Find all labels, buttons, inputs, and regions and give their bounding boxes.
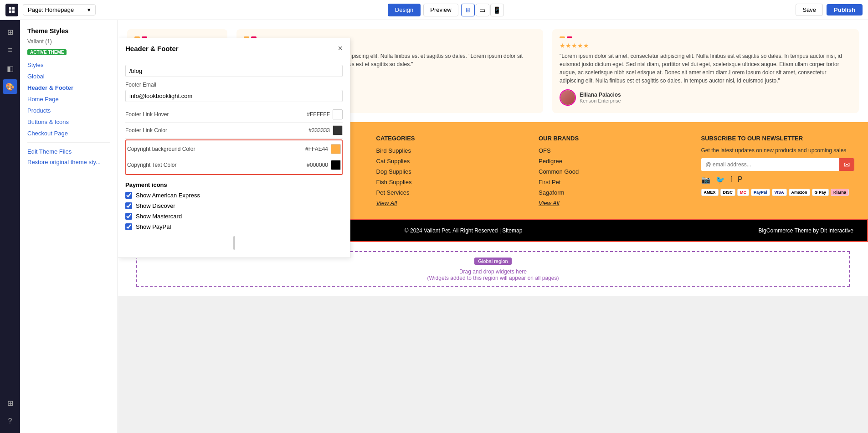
checkbox-mastercard-label: Show Mastercard <box>136 213 182 220</box>
color-swatch-hover[interactable] <box>333 109 343 119</box>
scroll-bar <box>233 236 235 250</box>
testimonial-text-3: "Lorem ipsum dolor sit amet, consectetur… <box>560 52 852 85</box>
footer-link-ofs[interactable]: OFS <box>539 147 692 154</box>
social-icons: 📷 🐦 f P <box>701 175 855 184</box>
sidebar-item-homepage[interactable]: Home Page <box>27 96 110 103</box>
design-button[interactable]: Design <box>388 4 421 16</box>
payment-section-title: Payment icons <box>125 181 343 188</box>
footer-link-view-all-cat[interactable]: View All <box>376 200 530 206</box>
sidebar-item-restore[interactable]: Restore original theme sty... <box>27 159 110 165</box>
color-row-hover: Footer Link Hover #FFFFFF <box>125 107 343 123</box>
blog-path-input[interactable] <box>125 65 343 77</box>
grid-icon-btn[interactable]: ⊞ <box>3 396 17 410</box>
amazon-icon: Amazon <box>789 189 810 196</box>
sidebar-divider <box>27 142 110 143</box>
gpay-icon: G Pay <box>812 189 829 196</box>
color-swatch-link[interactable] <box>333 125 343 135</box>
help-icon-btn[interactable]: ? <box>3 414 17 428</box>
color-row-copyright-text: Copyright Text Color #000000 <box>127 157 341 173</box>
page-selector[interactable]: Page: Homepage ▾ <box>23 4 96 15</box>
color-swatch-copyright-text[interactable] <box>331 160 341 170</box>
layout-icon-btn[interactable]: ≡ <box>3 43 17 57</box>
footer-link-first-pet[interactable]: First Pet <box>539 179 692 186</box>
chevron-down-icon: ▾ <box>87 6 91 13</box>
icon-sidebar: ⊞ ≡ ◧ 🎨 ⊞ ? <box>0 20 20 433</box>
color-hex-link: #333333 <box>308 127 330 134</box>
pinterest-icon[interactable]: P <box>738 175 743 184</box>
highlighted-color-rows: Copyright background Color #FFAE44 Copyr… <box>125 139 343 175</box>
desktop-device-button[interactable]: 🖥 <box>461 4 475 16</box>
discover-icon: DISC <box>720 189 736 196</box>
stars-3: ★★★★★ <box>560 42 852 49</box>
checkbox-discover[interactable]: Show Discover <box>125 202 343 209</box>
layers-icon-btn[interactable]: ◧ <box>3 61 17 76</box>
active-theme-badge: ACTIVE THEME <box>27 49 67 55</box>
theme-name: Valiant (1) <box>27 38 110 45</box>
color-row-copyright-bg: Copyright background Color #FFAE44 <box>127 141 341 157</box>
checkbox-paypal-input[interactable] <box>125 223 132 230</box>
copyright-right: BigCommerce Theme by Dit interactive <box>758 227 853 234</box>
color-hex-copyright-text: #000000 <box>307 162 328 168</box>
hf-panel-body: Footer Email Footer Link Hover #FFFFFF F… <box>118 59 350 258</box>
sidebar-item-buttons[interactable]: Buttons & Icons <box>27 119 110 125</box>
sidebar-item-products[interactable]: Products <box>27 107 110 114</box>
drag-drop-subtext: (Widgets added to this region will appea… <box>142 275 844 281</box>
theme-sidebar: Theme Styles Valiant (1) ACTIVE THEME St… <box>20 20 118 433</box>
main-layout: ⊞ ≡ ◧ 🎨 ⊞ ? Theme Styles Valiant (1) ACT… <box>0 20 868 433</box>
publish-button[interactable]: Publish <box>827 4 863 15</box>
footer-link-pet[interactable]: Pet Services <box>376 189 530 196</box>
checkbox-amex-input[interactable] <box>125 192 132 199</box>
footer-link-common-good[interactable]: Common Good <box>539 168 692 175</box>
checkbox-amex-label: Show American Express <box>136 192 200 199</box>
checkbox-discover-input[interactable] <box>125 202 132 209</box>
footer-link-sagaform[interactable]: Sagaform <box>539 189 692 196</box>
footer-link-bird[interactable]: Bird Supplies <box>376 147 530 154</box>
device-buttons: 🖥 ▭ 📱 <box>461 4 504 16</box>
footer-link-view-all-brands[interactable]: View All <box>539 200 692 206</box>
instagram-icon[interactable]: 📷 <box>701 175 710 184</box>
hf-panel-header: Header & Footer × <box>118 38 350 59</box>
footer-email-input[interactable] <box>125 90 343 102</box>
newsletter-title: SUBSCRIBE TO OUR NEWSLETTER <box>701 135 855 142</box>
footer-link-pedigree[interactable]: Pedigree <box>539 158 692 165</box>
footer-link-cat[interactable]: Cat Supplies <box>376 158 530 165</box>
checkbox-paypal[interactable]: Show PayPal <box>125 223 343 230</box>
checkbox-amex[interactable]: Show American Express <box>125 192 343 199</box>
hf-panel-close-button[interactable]: × <box>338 44 343 53</box>
mobile-device-button[interactable]: 📱 <box>490 4 504 16</box>
footer-brands-col: OUR BRANDS OFS Pedigree Common Good Firs… <box>539 135 692 210</box>
drag-drop-text: Drag and drop widgets here <box>142 268 844 275</box>
theme-icon-btn[interactable]: 🎨 <box>3 79 17 94</box>
author-company-3: Kenson Enterprise <box>580 98 621 103</box>
facebook-icon[interactable]: f <box>730 175 732 184</box>
global-region-label: Global region <box>474 258 511 265</box>
topbar-center: Design Preview 🖥 ▭ 📱 <box>100 4 791 16</box>
sidebar-item-edit-theme[interactable]: Edit Theme Files <box>27 148 110 155</box>
color-swatch-copyright-bg[interactable] <box>331 144 341 154</box>
footer-email-label: Footer Email <box>125 82 343 88</box>
color-row-link: Footer Link Color #333333 <box>125 123 343 139</box>
sidebar-item-global[interactable]: Global <box>27 73 110 80</box>
home-icon-btn[interactable]: ⊞ <box>3 25 17 39</box>
color-label-link: Footer Link Color <box>125 127 308 134</box>
newsletter-input[interactable] <box>701 158 840 171</box>
payment-section: Payment icons Show American Express Show… <box>125 181 343 230</box>
copyright-center: © 2024 Valiant Pet. All Right Reserved |… <box>405 227 523 234</box>
newsletter-submit-button[interactable]: ✉ <box>839 158 854 171</box>
footer-link-dog[interactable]: Dog Supplies <box>376 168 530 175</box>
twitter-icon[interactable]: 🐦 <box>716 175 725 184</box>
checkbox-mastercard-input[interactable] <box>125 213 132 220</box>
footer-link-fish[interactable]: Fish Supplies <box>376 179 530 186</box>
newsletter-input-row: ✉ <box>701 158 855 171</box>
tablet-device-button[interactable]: ▭ <box>476 4 489 16</box>
visa-icon: VISA <box>772 189 787 196</box>
color-label-hover: Footer Link Hover <box>125 111 307 118</box>
sidebar-item-header-footer[interactable]: Header & Footer <box>27 84 110 91</box>
blog-path-row <box>125 65 343 77</box>
mastercard-icon: MC <box>737 189 749 196</box>
save-button[interactable]: Save <box>796 4 823 16</box>
sidebar-item-checkout[interactable]: Checkout Page <box>27 130 110 137</box>
sidebar-item-styles[interactable]: Styles <box>27 62 110 68</box>
preview-button[interactable]: Preview <box>423 4 458 16</box>
checkbox-mastercard[interactable]: Show Mastercard <box>125 213 343 220</box>
